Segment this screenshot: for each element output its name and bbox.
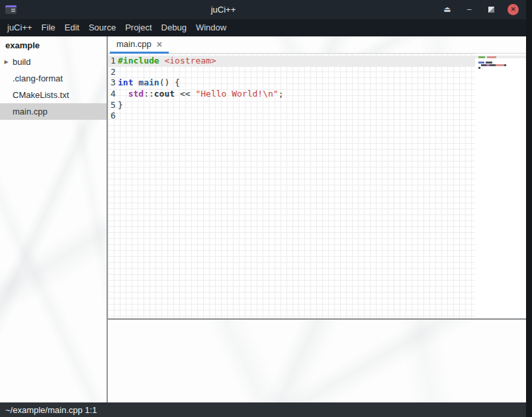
code-editor[interactable]: 1#include <iostream>23int main() {4 std:… bbox=[108, 54, 475, 318]
code-line: 6 bbox=[108, 111, 475, 122]
file-tree-sidebar: example ▶build.clang-formatCMakeLists.tx… bbox=[0, 36, 107, 402]
tree-items: ▶build.clang-formatCMakeLists.txtmain.cp… bbox=[0, 54, 107, 120]
menubar: juCi++FileEditSourceProjectDebugWindow bbox=[0, 19, 526, 36]
tree-item-label: CMakeLists.txt bbox=[13, 90, 69, 100]
line-number: 4 bbox=[108, 89, 116, 100]
menu-item-debug[interactable]: Debug bbox=[157, 19, 191, 36]
code-line: 1#include <iostream> bbox=[108, 56, 475, 67]
editor-region: 1#include <iostream>23int main() {4 std:… bbox=[108, 54, 526, 318]
titlebar: juCi++ ⏏ – ✕ bbox=[0, 0, 526, 19]
window-controls: ⏏ – ✕ bbox=[430, 0, 526, 19]
sidebar-item-cmakelists-txt[interactable]: CMakeLists.txt bbox=[0, 87, 107, 103]
minimize-button[interactable]: – bbox=[465, 0, 474, 19]
menu-item-source[interactable]: Source bbox=[84, 19, 120, 36]
token-keyword: int bbox=[118, 77, 133, 87]
token-include_path: <iostream> bbox=[164, 56, 216, 66]
token-string: "Hello World!\n" bbox=[195, 89, 278, 99]
tabbar-spacer bbox=[169, 36, 526, 53]
terminal-panel[interactable] bbox=[108, 320, 526, 402]
minimap-segment bbox=[478, 56, 485, 58]
shade-button[interactable]: ⏏ bbox=[443, 0, 452, 19]
token-plain: cout bbox=[154, 89, 175, 99]
minimap-line bbox=[475, 56, 526, 58]
menu-item-edit[interactable]: Edit bbox=[60, 19, 84, 36]
token-plain bbox=[118, 89, 128, 99]
status-bar: ~/example/main.cpp 1:1 bbox=[0, 402, 526, 417]
sidebar-item-main-cpp[interactable]: main.cpp bbox=[0, 103, 107, 120]
expander-icon[interactable]: ▶ bbox=[0, 59, 13, 65]
tab-bar: main.cpp× bbox=[108, 36, 526, 54]
token-plain: ; bbox=[279, 89, 284, 99]
editor-pane: main.cpp× 1#include <iostream>23int main… bbox=[108, 36, 526, 402]
code-line: 4 std::cout << "Hello World!\n"; bbox=[108, 89, 475, 100]
code-text: std::cout << "Hello World!\n"; bbox=[118, 89, 283, 100]
menu-item-file[interactable]: File bbox=[37, 19, 60, 36]
token-plain: :: bbox=[144, 89, 154, 99]
code-line: 5} bbox=[108, 100, 475, 111]
minimap-line bbox=[475, 66, 526, 69]
sidebar-item-build[interactable]: ▶build bbox=[0, 54, 107, 70]
content-area: example ▶build.clang-formatCMakeLists.tx… bbox=[0, 36, 526, 402]
minimap[interactable] bbox=[475, 54, 526, 318]
window-title: juCi++ bbox=[17, 5, 430, 15]
maximize-button[interactable] bbox=[488, 7, 494, 13]
code-text: } bbox=[118, 100, 123, 111]
line-number: 5 bbox=[108, 100, 116, 111]
app-logo-icon bbox=[5, 5, 17, 14]
code-text: int main() { bbox=[118, 77, 180, 89]
token-namespace: std bbox=[128, 89, 144, 99]
token-plain: << bbox=[175, 89, 195, 99]
tab-main-cpp[interactable]: main.cpp× bbox=[110, 36, 169, 54]
token-plain: } bbox=[118, 100, 123, 110]
tree-item-label: main.cpp bbox=[13, 107, 48, 116]
token-plain: () { bbox=[159, 77, 180, 87]
menu-item-window[interactable]: Window bbox=[191, 19, 231, 36]
line-number: 3 bbox=[108, 77, 116, 89]
menu-item-project[interactable]: Project bbox=[120, 19, 156, 36]
tab-close-icon[interactable]: × bbox=[157, 40, 162, 49]
code-text: #include <iostream> bbox=[118, 56, 216, 67]
tree-item-label: build bbox=[13, 57, 30, 67]
menu-item-juci[interactable]: juCi++ bbox=[3, 19, 37, 36]
minimap-segment bbox=[487, 56, 496, 58]
code-line: 2 bbox=[108, 67, 475, 78]
status-file-position: ~/example/main.cpp 1:1 bbox=[5, 405, 97, 415]
line-number: 2 bbox=[108, 67, 116, 78]
tab-label: main.cpp bbox=[116, 39, 152, 49]
line-number: 1 bbox=[108, 56, 116, 67]
juci-window: juCi++ ⏏ – ✕ juCi++FileEditSourceProject… bbox=[0, 0, 526, 417]
sidebar-item-clang-format[interactable]: .clang-format bbox=[0, 70, 107, 87]
token-preprocessor: #include bbox=[118, 56, 159, 66]
line-number: 6 bbox=[108, 111, 116, 122]
code-line: 3int main() { bbox=[108, 77, 475, 89]
tree-root-folder[interactable]: example bbox=[0, 37, 107, 54]
token-function: main bbox=[138, 77, 159, 87]
tree-item-label: .clang-format bbox=[13, 73, 63, 83]
close-button[interactable]: ✕ bbox=[508, 4, 519, 15]
minimap-segment bbox=[478, 67, 480, 69]
desktop-background bbox=[526, 0, 532, 417]
